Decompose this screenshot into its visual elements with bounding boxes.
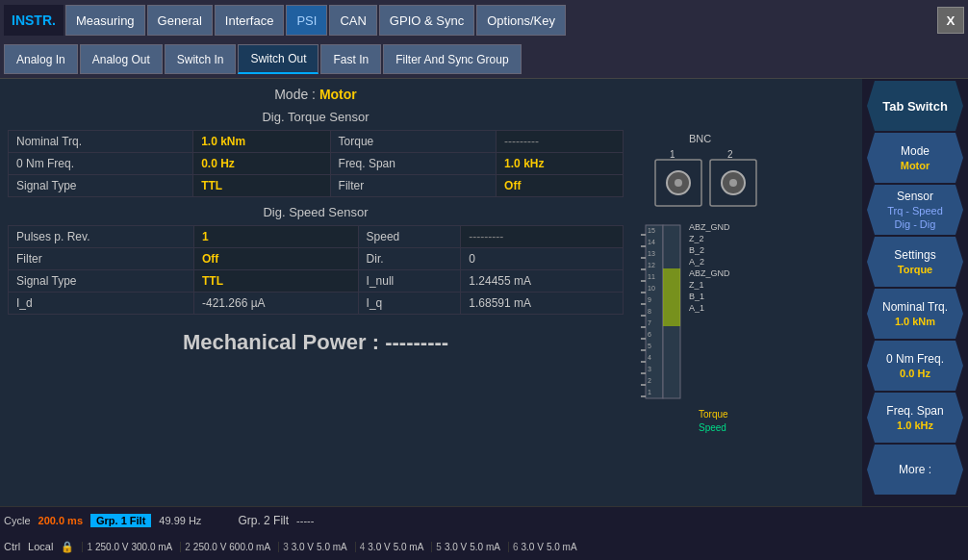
tab-can[interactable]: CAN	[329, 5, 376, 36]
chan5-val1: 3.0 V	[445, 542, 467, 552]
svg-text:14: 14	[648, 239, 655, 245]
table-row: Pulses p. Rev. 1 Speed ---------	[9, 226, 624, 248]
filter2-label: Filter	[9, 248, 194, 270]
settings-button[interactable]: Settings Torque	[867, 237, 963, 287]
svg-text:2: 2	[648, 377, 651, 384]
more-button[interactable]: More :	[867, 445, 963, 495]
svg-text:Speed: Speed	[699, 422, 726, 433]
inull-label: I_null	[358, 270, 461, 293]
main-area: Mode : Motor Dig. Torque Sensor Nominal …	[0, 79, 968, 506]
table-row: Signal Type TTL Filter Off	[9, 175, 624, 197]
torque-table: Nominal Trq. 1.0 kNm Torque --------- 0 …	[8, 130, 624, 197]
svg-text:Z_1: Z_1	[689, 280, 704, 290]
dir-value: 0	[461, 248, 624, 270]
subtab-analog-in[interactable]: Analog In	[4, 44, 78, 74]
torque-label: Torque	[330, 131, 497, 153]
speed-table: Pulses p. Rev. 1 Speed --------- Filter …	[8, 225, 624, 315]
id-label: I_d	[9, 293, 194, 315]
subtab-fast-in[interactable]: Fast In	[320, 44, 381, 74]
table-row: I_d -421.266 µA I_q 1.68591 mA	[9, 293, 624, 315]
chan1-val1: 250.0 V	[95, 542, 128, 552]
freq-span-button[interactable]: Freq. Span 1.0 kHz	[867, 393, 963, 443]
chan4-val2: 5.0 mA	[394, 542, 424, 552]
tab-switch-button[interactable]: Tab Switch	[867, 81, 963, 131]
diagram-area: BNC 1 2	[631, 79, 862, 506]
mech-power-line: Mechanical Power : ---------	[8, 318, 624, 367]
channel-4: 4 3.0 V 5.0 mA	[355, 542, 424, 552]
more-btn-label: More :	[899, 463, 931, 476]
chan2-val1: 250.0 V	[193, 542, 226, 552]
chan5-val2: 5.0 mA	[470, 542, 500, 552]
close-button[interactable]: X	[937, 7, 964, 34]
mode-btn-label: Mode	[901, 144, 930, 158]
svg-point-5	[675, 179, 682, 187]
sensor-button[interactable]: Sensor Trq - Speed Dig - Dig	[867, 185, 963, 235]
cycle-label: Cycle	[4, 515, 31, 526]
table-row: Filter Off Dir. 0	[9, 248, 624, 270]
iq-value: 1.68591 mA	[461, 293, 624, 315]
filter-value: Off	[497, 175, 624, 197]
mode-value: Motor	[319, 87, 357, 102]
inull-value: 1.24455 mA	[461, 270, 624, 293]
chan3-val2: 5.0 mA	[317, 542, 347, 552]
svg-rect-26	[663, 268, 680, 326]
tab-psi[interactable]: PSI	[286, 5, 327, 36]
pulses-label: Pulses p. Rev.	[9, 226, 194, 248]
subtab-switch-out[interactable]: Switch Out	[238, 44, 318, 74]
freq0-btn-value: 0.0 Hz	[900, 368, 930, 379]
tab-gpio[interactable]: GPIO & Sync	[379, 5, 474, 36]
freq0-button[interactable]: 0 Nm Freq. 0.0 Hz	[867, 341, 963, 391]
instr-label: INSTR.	[4, 5, 64, 36]
nominal-btn-label: Nominal Trq.	[882, 300, 948, 314]
iq-label: I_q	[358, 293, 461, 315]
svg-text:2: 2	[727, 149, 733, 160]
chan2-val2: 600.0 mA	[229, 542, 270, 552]
subtab-analog-out[interactable]: Analog Out	[80, 44, 163, 74]
svg-text:10: 10	[648, 285, 655, 292]
subtab-filter-sync[interactable]: Filter And Sync Group	[383, 44, 521, 74]
svg-text:4: 4	[648, 354, 651, 361]
svg-text:13: 13	[648, 250, 655, 257]
channel-3: 3 3.0 V 5.0 mA	[278, 542, 347, 552]
freq0-label: 0 Nm Freq.	[9, 153, 193, 175]
svg-text:11: 11	[648, 273, 655, 280]
id-value: -421.266 µA	[193, 293, 358, 315]
svg-text:A_1: A_1	[689, 303, 704, 313]
chan6-val2: 5.0 mA	[547, 542, 577, 552]
tab-options[interactable]: Options/Key	[476, 5, 566, 36]
chan4-val1: 3.0 V	[368, 542, 390, 552]
tab-general[interactable]: General	[147, 5, 213, 36]
table-row: Signal Type TTL I_null 1.24455 mA	[9, 270, 624, 293]
svg-text:9: 9	[648, 296, 651, 303]
svg-text:15: 15	[648, 227, 655, 234]
grp1-badge: Grp. 1 Filt	[90, 514, 151, 527]
sensor-btn-sub2: Dig - Dig	[895, 218, 936, 230]
svg-text:BNC: BNC	[689, 133, 711, 144]
freq-span-label: Freq. Span	[330, 153, 497, 175]
nominal-trq-button[interactable]: Nominal Trq. 1.0 kNm	[867, 289, 963, 339]
signal-type-value: TTL	[193, 175, 330, 197]
mode-label: Mode :	[274, 87, 316, 102]
mech-power-value: ---------	[385, 330, 448, 354]
freq-span-btn-label: Freq. Span	[886, 404, 943, 418]
signal-type2-label: Signal Type	[9, 270, 194, 293]
mode-button[interactable]: Mode Motor	[867, 133, 963, 183]
tab-measuring[interactable]: Measuring	[65, 5, 145, 36]
freq0-value: 0.0 Hz	[193, 153, 330, 175]
subtab-switch-in[interactable]: Switch In	[165, 44, 237, 74]
cycle-value: 200.0 ms	[38, 515, 83, 526]
freq-span-btn-value: 1.0 kHz	[897, 420, 933, 431]
svg-text:12: 12	[648, 262, 655, 268]
svg-text:8: 8	[648, 308, 651, 315]
svg-text:5: 5	[648, 343, 651, 349]
channel-6: 6 3.0 V 5.0 mA	[508, 542, 577, 552]
svg-text:6: 6	[648, 331, 651, 338]
tab-interface[interactable]: Interface	[215, 5, 285, 36]
sensor-btn-label: Sensor	[897, 190, 933, 203]
speed-value: ---------	[461, 226, 624, 248]
bottom-bar: Cycle 200.0 ms Grp. 1 Filt 49.99 Hz Grp.…	[0, 506, 968, 560]
sub-tabs-bar: Analog In Analog Out Switch In Switch Ou…	[0, 40, 968, 79]
freq-span-value: 1.0 kHz	[497, 153, 624, 175]
dir-label: Dir.	[358, 248, 461, 270]
grp1-value: 49.99 Hz	[159, 515, 201, 526]
